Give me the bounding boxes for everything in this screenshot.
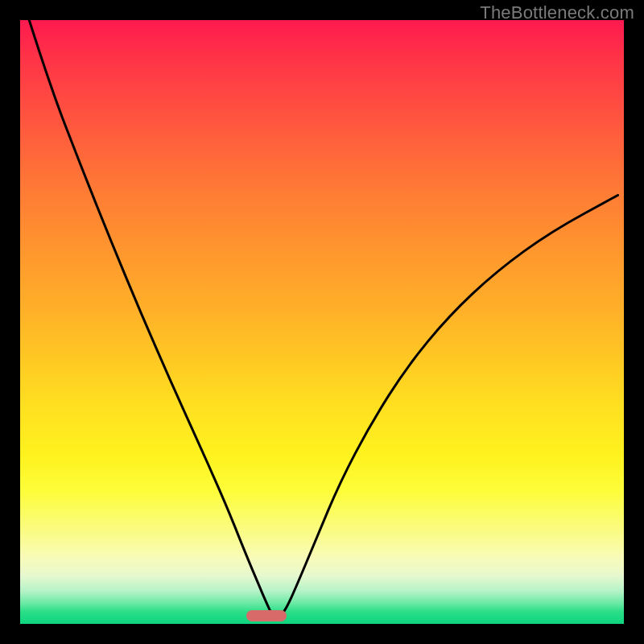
bottleneck-curve [29, 20, 617, 618]
plot-area [20, 20, 624, 624]
curve-layer [20, 20, 624, 624]
optimum-marker [246, 610, 287, 621]
chart-frame: TheBottleneck.com [0, 0, 644, 644]
